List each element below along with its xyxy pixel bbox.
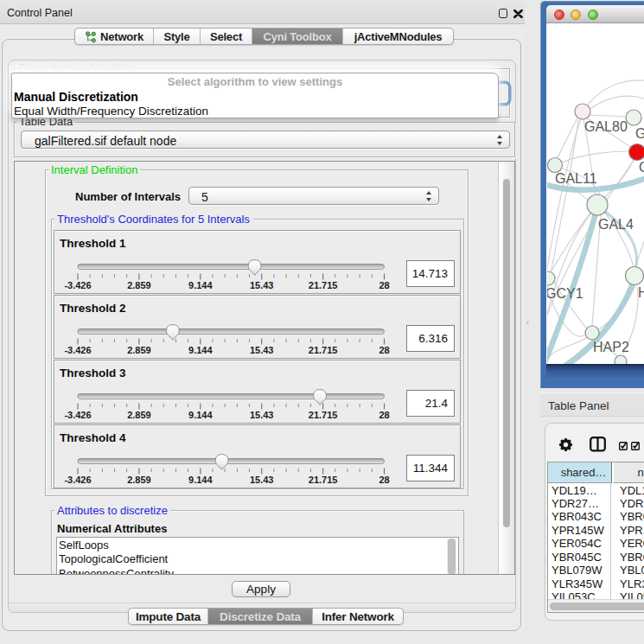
svg-text:2.859: 2.859 [127,280,151,290]
svg-text:21.715: 21.715 [309,475,338,485]
svg-text:GAL4: GAL4 [598,217,634,232]
svg-text:21.715: 21.715 [309,410,338,420]
svg-text:H: H [638,285,644,300]
svg-text:C: C [639,160,644,175]
svg-text:GA: GA [635,126,644,141]
svg-text:21.715: 21.715 [309,345,338,355]
svg-text:GAL11: GAL11 [555,171,597,186]
svg-text:GCY1: GCY1 [547,286,583,301]
svg-text:15.43: 15.43 [250,345,274,355]
svg-text:9.144: 9.144 [188,475,213,485]
svg-text:2.859: 2.859 [127,410,151,420]
svg-text:15.43: 15.43 [250,475,274,485]
svg-text:9.144: 9.144 [188,410,213,420]
svg-text:-3.426: -3.426 [64,410,91,420]
svg-text:28: 28 [379,475,389,485]
svg-text:-3.426: -3.426 [64,280,91,290]
svg-text:2.859: 2.859 [127,345,151,355]
svg-text:-3.426: -3.426 [64,475,91,485]
svg-text:28: 28 [379,280,389,290]
svg-text:-3.426: -3.426 [64,345,91,355]
svg-text:9.144: 9.144 [188,345,213,355]
svg-text:9.144: 9.144 [188,280,213,290]
svg-text:GAL80: GAL80 [584,119,628,134]
svg-text:21.715: 21.715 [309,280,338,290]
svg-text:15.43: 15.43 [250,280,274,290]
svg-text:15.43: 15.43 [250,410,274,420]
svg-text:28: 28 [379,410,389,420]
svg-text:2.859: 2.859 [127,475,151,485]
svg-text:HAP2: HAP2 [593,340,629,354]
svg-text:28: 28 [379,345,389,355]
